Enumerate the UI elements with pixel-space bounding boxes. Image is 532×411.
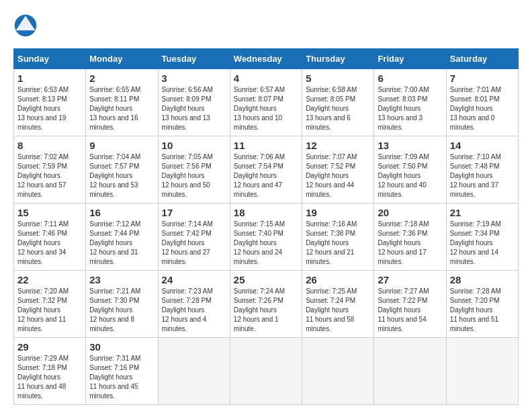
calendar-cell: 21 Sunrise: 7:19 AM Sunset: 7:34 PM Dayl… [446, 203, 518, 271]
calendar-cell: 23 Sunrise: 7:21 AM Sunset: 7:30 PM Dayl… [86, 271, 158, 338]
calendar-cell: 12 Sunrise: 7:07 AM Sunset: 7:52 PM Dayl… [302, 136, 374, 203]
calendar-cell: 29 Sunrise: 7:29 AM Sunset: 7:18 PM Dayl… [14, 338, 86, 405]
day-number: 4 [234, 73, 298, 84]
day-number: 23 [89, 274, 154, 285]
day-info: Sunrise: 7:06 AM Sunset: 7:54 PM Dayligh… [234, 152, 298, 199]
weekday-header: Wednesday [230, 49, 302, 69]
calendar-cell: 22 Sunrise: 7:20 AM Sunset: 7:32 PM Dayl… [14, 271, 86, 338]
day-info: Sunrise: 7:20 AM Sunset: 7:32 PM Dayligh… [17, 287, 82, 334]
day-info: Sunrise: 7:28 AM Sunset: 7:20 PM Dayligh… [450, 287, 515, 334]
day-info: Sunrise: 7:04 AM Sunset: 7:57 PM Dayligh… [89, 152, 154, 199]
day-info: Sunrise: 7:09 AM Sunset: 7:50 PM Dayligh… [378, 152, 442, 199]
day-number: 24 [162, 274, 226, 285]
calendar-cell: 30 Sunrise: 7:31 AM Sunset: 7:16 PM Dayl… [86, 338, 158, 405]
day-number: 13 [378, 140, 442, 151]
day-info: Sunrise: 6:55 AM Sunset: 8:11 PM Dayligh… [89, 85, 154, 132]
day-info: Sunrise: 7:07 AM Sunset: 7:52 PM Dayligh… [306, 152, 370, 199]
day-number: 1 [17, 73, 82, 84]
weekday-header: Saturday [446, 49, 518, 69]
day-number: 12 [306, 140, 370, 151]
day-number: 6 [378, 73, 442, 84]
calendar-week-row: 29 Sunrise: 7:29 AM Sunset: 7:18 PM Dayl… [14, 338, 519, 405]
calendar-cell [302, 338, 374, 405]
day-info: Sunrise: 7:21 AM Sunset: 7:30 PM Dayligh… [89, 287, 154, 334]
day-info: Sunrise: 7:11 AM Sunset: 7:46 PM Dayligh… [17, 220, 82, 267]
day-info: Sunrise: 7:15 AM Sunset: 7:40 PM Dayligh… [234, 220, 298, 267]
day-info: Sunrise: 7:29 AM Sunset: 7:18 PM Dayligh… [17, 354, 82, 401]
day-info: Sunrise: 6:58 AM Sunset: 8:05 PM Dayligh… [306, 85, 370, 132]
day-info: Sunrise: 7:18 AM Sunset: 7:36 PM Dayligh… [378, 220, 442, 267]
day-number: 25 [234, 274, 298, 285]
calendar-cell: 8 Sunrise: 7:02 AM Sunset: 7:59 PM Dayli… [14, 136, 86, 203]
calendar-cell: 26 Sunrise: 7:25 AM Sunset: 7:24 PM Dayl… [302, 271, 374, 338]
day-info: Sunrise: 7:16 AM Sunset: 7:38 PM Dayligh… [306, 220, 370, 267]
calendar-cell: 15 Sunrise: 7:11 AM Sunset: 7:46 PM Dayl… [14, 203, 86, 271]
weekday-header-row: SundayMondayTuesdayWednesdayThursdayFrid… [14, 49, 519, 69]
day-info: Sunrise: 6:53 AM Sunset: 8:13 PM Dayligh… [17, 85, 82, 132]
day-info: Sunrise: 7:01 AM Sunset: 8:01 PM Dayligh… [450, 85, 515, 132]
day-info: Sunrise: 7:12 AM Sunset: 7:44 PM Dayligh… [89, 220, 154, 267]
day-info: Sunrise: 7:31 AM Sunset: 7:16 PM Dayligh… [89, 354, 154, 401]
day-info: Sunrise: 7:02 AM Sunset: 7:59 PM Dayligh… [17, 152, 82, 199]
calendar-cell [230, 338, 302, 405]
day-info: Sunrise: 7:00 AM Sunset: 8:03 PM Dayligh… [378, 85, 442, 132]
weekday-header: Thursday [302, 49, 374, 69]
calendar-cell: 4 Sunrise: 6:57 AM Sunset: 8:07 PM Dayli… [230, 69, 302, 136]
day-number: 20 [378, 207, 442, 218]
calendar-cell: 24 Sunrise: 7:23 AM Sunset: 7:28 PM Dayl… [158, 271, 230, 338]
calendar-cell [446, 338, 518, 405]
day-number: 21 [450, 207, 515, 218]
day-number: 10 [162, 140, 226, 151]
calendar-cell: 25 Sunrise: 7:24 AM Sunset: 7:26 PM Dayl… [230, 271, 302, 338]
calendar-cell: 10 Sunrise: 7:05 AM Sunset: 7:56 PM Dayl… [158, 136, 230, 203]
weekday-header: Monday [86, 49, 158, 69]
calendar-cell: 28 Sunrise: 7:28 AM Sunset: 7:20 PM Dayl… [446, 271, 518, 338]
calendar-cell: 14 Sunrise: 7:10 AM Sunset: 7:48 PM Dayl… [446, 136, 518, 203]
day-number: 15 [17, 207, 82, 218]
day-number: 11 [234, 140, 298, 151]
calendar-cell: 6 Sunrise: 7:00 AM Sunset: 8:03 PM Dayli… [374, 69, 446, 136]
calendar-cell [374, 338, 446, 405]
day-number: 22 [17, 274, 82, 285]
calendar-cell: 13 Sunrise: 7:09 AM Sunset: 7:50 PM Dayl… [374, 136, 446, 203]
day-number: 14 [450, 140, 515, 151]
calendar-cell: 20 Sunrise: 7:18 AM Sunset: 7:36 PM Dayl… [374, 203, 446, 271]
day-number: 18 [234, 207, 298, 218]
day-number: 29 [17, 341, 82, 353]
calendar-cell: 16 Sunrise: 7:12 AM Sunset: 7:44 PM Dayl… [86, 203, 158, 271]
day-info: Sunrise: 7:25 AM Sunset: 7:24 PM Dayligh… [306, 287, 370, 334]
calendar-week-row: 15 Sunrise: 7:11 AM Sunset: 7:46 PM Dayl… [14, 203, 519, 271]
calendar-cell: 9 Sunrise: 7:04 AM Sunset: 7:57 PM Dayli… [86, 136, 158, 203]
weekday-header: Friday [374, 49, 446, 69]
day-number: 27 [378, 274, 442, 285]
day-number: 19 [306, 207, 370, 218]
day-info: Sunrise: 6:57 AM Sunset: 8:07 PM Dayligh… [234, 85, 298, 132]
day-info: Sunrise: 7:27 AM Sunset: 7:22 PM Dayligh… [378, 287, 442, 334]
calendar-cell [158, 338, 230, 405]
calendar-cell: 2 Sunrise: 6:55 AM Sunset: 8:11 PM Dayli… [86, 69, 158, 136]
day-number: 16 [89, 207, 154, 218]
day-info: Sunrise: 7:23 AM Sunset: 7:28 PM Dayligh… [162, 287, 226, 334]
day-info: Sunrise: 7:19 AM Sunset: 7:34 PM Dayligh… [450, 220, 515, 267]
calendar-cell: 5 Sunrise: 6:58 AM Sunset: 8:05 PM Dayli… [302, 69, 374, 136]
day-number: 9 [89, 140, 154, 151]
page-header [13, 13, 519, 38]
day-info: Sunrise: 7:05 AM Sunset: 7:56 PM Dayligh… [162, 152, 226, 199]
calendar-table: SundayMondayTuesdayWednesdayThursdayFrid… [13, 48, 519, 405]
logo [13, 13, 42, 38]
logo-icon [13, 13, 38, 38]
day-number: 3 [162, 73, 226, 84]
calendar-cell: 11 Sunrise: 7:06 AM Sunset: 7:54 PM Dayl… [230, 136, 302, 203]
calendar-week-row: 1 Sunrise: 6:53 AM Sunset: 8:13 PM Dayli… [14, 69, 519, 136]
weekday-header: Tuesday [158, 49, 230, 69]
day-number: 28 [450, 274, 515, 285]
day-number: 26 [306, 274, 370, 285]
calendar-cell: 7 Sunrise: 7:01 AM Sunset: 8:01 PM Dayli… [446, 69, 518, 136]
day-info: Sunrise: 7:14 AM Sunset: 7:42 PM Dayligh… [162, 220, 226, 267]
calendar-cell: 1 Sunrise: 6:53 AM Sunset: 8:13 PM Dayli… [14, 69, 86, 136]
day-number: 7 [450, 73, 515, 84]
day-number: 2 [89, 73, 154, 84]
day-number: 17 [162, 207, 226, 218]
calendar-cell: 17 Sunrise: 7:14 AM Sunset: 7:42 PM Dayl… [158, 203, 230, 271]
calendar-cell: 18 Sunrise: 7:15 AM Sunset: 7:40 PM Dayl… [230, 203, 302, 271]
